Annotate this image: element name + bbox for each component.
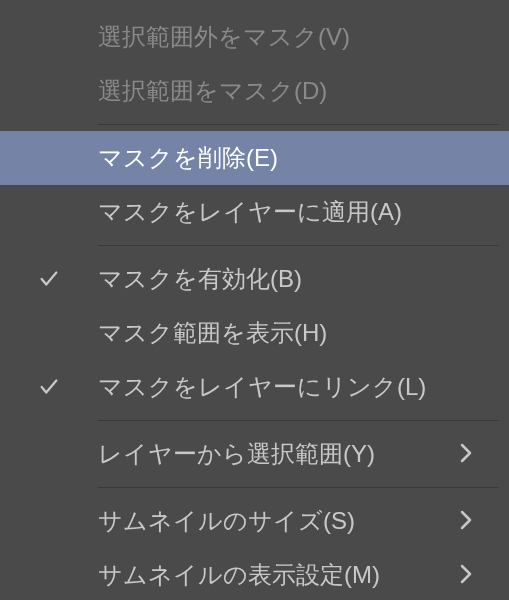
menu-separator xyxy=(98,420,499,421)
menu-item-enable-mask[interactable]: マスクを有効化(B) xyxy=(0,252,509,306)
menu-item-apply-mask-to-layer[interactable]: マスクをレイヤーに適用(A) xyxy=(0,185,509,239)
menu-item-label: マスクをレイヤーにリンク(L) xyxy=(98,371,426,403)
menu-item-selection-from-layer[interactable]: レイヤーから選択範囲(Y) xyxy=(0,427,509,481)
menu-item-delete-mask[interactable]: マスクを削除(E) xyxy=(0,131,509,185)
chevron-right-icon xyxy=(459,509,475,533)
menu-item-label: マスクを有効化(B) xyxy=(98,263,302,295)
chevron-right-icon xyxy=(459,563,475,587)
menu-separator xyxy=(98,487,499,488)
menu-item-link-mask-to-layer[interactable]: マスクをレイヤーにリンク(L) xyxy=(0,360,509,414)
menu-separator xyxy=(98,245,499,246)
menu-item-label: 選択範囲をマスク(D) xyxy=(98,75,327,107)
menu-item-show-mask-area[interactable]: マスク範囲を表示(H) xyxy=(0,306,509,360)
check-icon xyxy=(38,268,60,290)
menu-separator xyxy=(98,124,499,125)
check-icon xyxy=(38,376,60,398)
menu-item-label: マスクを削除(E) xyxy=(98,142,278,174)
menu-item-label: レイヤーから選択範囲(Y) xyxy=(98,438,375,470)
menu-item-label: サムネイルのサイズ(S) xyxy=(98,505,355,537)
menu-item-thumbnail-size[interactable]: サムネイルのサイズ(S) xyxy=(0,494,509,548)
chevron-right-icon xyxy=(459,442,475,466)
menu-item-label: マスク範囲を表示(H) xyxy=(98,317,327,349)
menu-item-mask-outside-selection[interactable]: 選択範囲外をマスク(V) xyxy=(0,10,509,64)
menu-item-label: 選択範囲外をマスク(V) xyxy=(98,21,350,53)
menu-item-thumbnail-display-settings[interactable]: サムネイルの表示設定(M) xyxy=(0,548,509,600)
menu-item-mask-selection[interactable]: 選択範囲をマスク(D) xyxy=(0,64,509,118)
menu-item-label: マスクをレイヤーに適用(A) xyxy=(98,196,402,228)
context-menu: 選択範囲外をマスク(V) 選択範囲をマスク(D) マスクを削除(E) マスクをレ… xyxy=(0,0,509,600)
menu-item-label: サムネイルの表示設定(M) xyxy=(98,559,380,591)
